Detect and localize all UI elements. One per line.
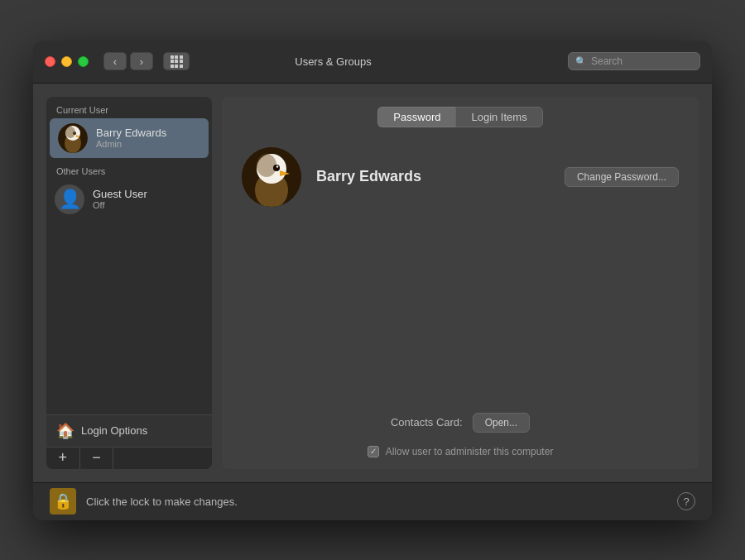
contacts-row: Contacts Card: Open... — [242, 404, 679, 441]
tab-password[interactable]: Password — [377, 107, 455, 127]
remove-user-button[interactable]: − — [80, 448, 114, 469]
maximize-button[interactable] — [78, 56, 89, 67]
minimize-button[interactable] — [61, 56, 72, 67]
login-options-item[interactable]: 🏠 Login Options — [46, 414, 212, 447]
close-button[interactable] — [45, 56, 55, 67]
other-users-label: Other Users — [46, 158, 212, 179]
login-options-label: Login Options — [81, 424, 147, 437]
admin-checkbox[interactable] — [368, 446, 379, 457]
sidebar: Current User — [46, 97, 212, 469]
svg-point-10 — [257, 154, 276, 177]
help-button[interactable]: ? — [677, 492, 695, 510]
current-user-label: Current User — [46, 97, 212, 118]
svg-point-12 — [273, 165, 280, 171]
svg-point-6 — [65, 127, 75, 138]
guest-user-text: Guest User Off — [93, 188, 147, 210]
right-panel: Password Login Items — [222, 97, 699, 469]
change-password-button[interactable]: Change Password... — [565, 167, 679, 187]
traffic-lights — [45, 56, 89, 67]
bottom-bar: 🔒 Click the lock to make changes. ? — [33, 482, 712, 520]
guest-user-avatar: 👤 — [55, 184, 84, 214]
guest-user-status: Off — [93, 200, 147, 210]
admin-row: Allow user to administer this computer — [242, 441, 679, 469]
main-window: ‹ › Users & Groups 🔍 Current User — [33, 41, 712, 520]
window-title: Users & Groups — [107, 55, 560, 68]
current-user-avatar — [58, 123, 88, 153]
search-input[interactable] — [591, 55, 693, 67]
svg-point-13 — [276, 165, 278, 167]
current-user-text: Barry Edwards Admin — [96, 127, 166, 149]
open-button[interactable]: Open... — [473, 413, 530, 433]
content-area: Current User — [33, 84, 712, 482]
guest-user-item[interactable]: 👤 Guest User Off — [46, 179, 212, 219]
tab-login-items[interactable]: Login Items — [455, 107, 542, 127]
house-icon: 🏠 — [56, 422, 74, 440]
current-user-role: Admin — [96, 139, 166, 149]
add-user-button[interactable]: + — [46, 448, 80, 469]
lock-button[interactable]: 🔒 — [50, 488, 76, 515]
profile-section: Barry Edwards Change Password... — [222, 134, 699, 220]
titlebar: ‹ › Users & Groups 🔍 — [33, 41, 712, 84]
lock-text: Click the lock to make changes. — [86, 495, 238, 508]
search-bar[interactable]: 🔍 — [568, 52, 700, 70]
profile-avatar — [242, 147, 301, 207]
contacts-card-label: Contacts Card: — [391, 416, 463, 428]
profile-name: Barry Edwards — [316, 168, 550, 185]
sidebar-buttons: + − — [46, 447, 212, 469]
panel-body: Contacts Card: Open... Allow user to adm… — [222, 220, 699, 469]
lock-icon: 🔒 — [54, 492, 72, 510]
admin-label: Allow user to administer this computer — [386, 446, 554, 457]
current-user-name: Barry Edwards — [96, 127, 166, 139]
guest-user-name: Guest User — [93, 188, 147, 200]
current-user-item[interactable]: Barry Edwards Admin — [50, 118, 209, 158]
tabs-row: Password Login Items — [222, 97, 699, 134]
search-icon: 🔍 — [575, 56, 587, 67]
